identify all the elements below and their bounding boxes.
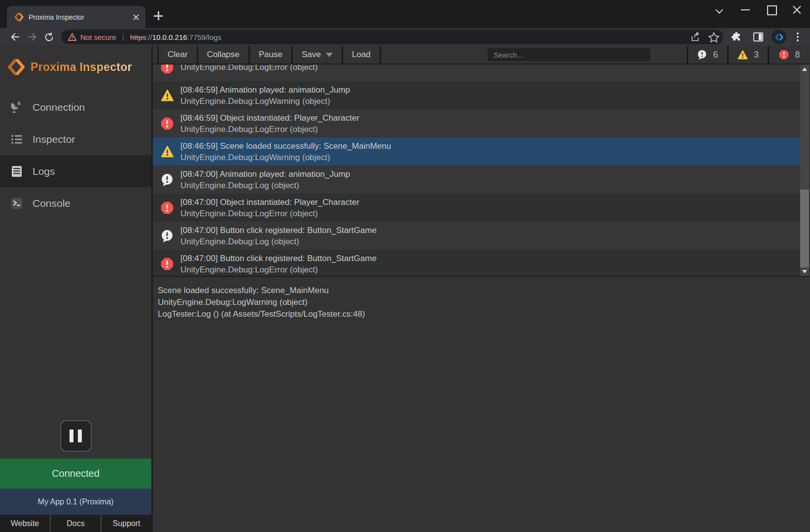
browser-navbar: Not secure | https://10.0.0.216:7759/log… bbox=[0, 28, 810, 46]
warning-count: 3 bbox=[754, 50, 759, 60]
app-logo: Proxima Inspector bbox=[0, 46, 151, 77]
error-filter-toggle[interactable]: 8 bbox=[768, 46, 810, 64]
inspector-list-icon bbox=[10, 133, 24, 146]
warning-filter-toggle[interactable]: 3 bbox=[727, 46, 768, 64]
log-detail-panel: Scene loaded successfully: Scene_MainMen… bbox=[153, 277, 810, 532]
log-row[interactable]: [08:47:00] Button click registered: Butt… bbox=[153, 250, 800, 277]
address-bar[interactable]: Not secure | https://10.0.0.216:7759/log… bbox=[61, 30, 723, 44]
sidebar: Proxima Inspector Connection bbox=[0, 46, 153, 532]
share-icon[interactable] bbox=[691, 32, 702, 42]
footer-link-support[interactable]: Support bbox=[101, 515, 151, 532]
search-input[interactable] bbox=[488, 48, 650, 61]
info-icon bbox=[160, 230, 175, 242]
warning-triangle-icon bbox=[68, 33, 76, 41]
info-count: 6 bbox=[713, 50, 718, 60]
load-button[interactable]: Load bbox=[343, 46, 381, 64]
error-icon bbox=[779, 50, 789, 60]
window-close-button[interactable] bbox=[784, 0, 810, 20]
connection-satellite-icon bbox=[10, 100, 24, 114]
scroll-up-arrow[interactable] bbox=[800, 66, 809, 72]
status-badge: Connected bbox=[52, 468, 100, 479]
app-title: Proxima Inspector bbox=[31, 61, 132, 74]
save-button[interactable]: Save bbox=[293, 46, 343, 64]
pause-button[interactable]: Pause bbox=[250, 46, 293, 64]
proxima-logo-icon bbox=[8, 59, 25, 75]
sidebar-item-label: Connection bbox=[33, 101, 85, 113]
sidebar-item-label: Inspector bbox=[33, 133, 75, 145]
scrollbar-thumb[interactable] bbox=[800, 190, 809, 267]
info-icon bbox=[160, 173, 175, 186]
warning-icon bbox=[738, 50, 748, 60]
footer-link-docs[interactable]: Docs bbox=[50, 515, 101, 532]
scroll-down-arrow[interactable] bbox=[800, 268, 809, 275]
footer-link-website[interactable]: Website bbox=[0, 515, 50, 532]
side-panel-icon[interactable] bbox=[750, 30, 767, 44]
warning-icon bbox=[160, 89, 175, 101]
detail-line: UnityEngine.Debug:LogWarning (object) bbox=[158, 297, 810, 308]
console-terminal-icon bbox=[10, 197, 24, 210]
extensions-puzzle-icon[interactable] bbox=[728, 30, 745, 44]
pause-icon bbox=[70, 430, 73, 442]
log-row[interactable]: [08:46:59] Animation played: animation_J… bbox=[153, 81, 800, 109]
log-row[interactable]: [08:47:00] Animation played: animation_J… bbox=[153, 166, 800, 194]
bookmark-star-icon[interactable] bbox=[708, 32, 719, 42]
url-text: https://10.0.0.216:7759/logs bbox=[130, 33, 221, 41]
sidebar-item-label: Console bbox=[33, 198, 70, 209]
back-icon[interactable] bbox=[7, 30, 24, 44]
clear-button[interactable]: Clear bbox=[159, 46, 198, 64]
app-name-bar: My App 0.1 (Proxima) bbox=[0, 489, 151, 515]
window-maximize-button[interactable] bbox=[759, 0, 784, 20]
browser-tab[interactable]: Proxima Inspector bbox=[7, 6, 145, 28]
collapse-button[interactable]: Collapse bbox=[198, 46, 250, 64]
log-row[interactable]: [08:46:59] Object instantiated: Player_C… bbox=[153, 109, 800, 137]
address-separator: | bbox=[122, 33, 124, 41]
sidebar-item-label: Logs bbox=[33, 166, 55, 177]
forward-icon[interactable] bbox=[24, 30, 40, 44]
info-icon bbox=[697, 50, 707, 60]
detail-line: LogTester:Log () (at Assets/TestScripts/… bbox=[158, 308, 810, 320]
browser-menu-icon[interactable] bbox=[791, 30, 804, 44]
error-icon bbox=[160, 65, 175, 74]
error-count: 8 bbox=[795, 50, 800, 60]
save-dropdown-icon[interactable] bbox=[326, 53, 333, 57]
window-minimize-button[interactable] bbox=[733, 0, 759, 20]
proxima-extension-icon[interactable] bbox=[772, 30, 786, 44]
warning-icon bbox=[160, 145, 175, 158]
reload-icon[interactable] bbox=[40, 30, 57, 44]
browser-titlebar: Proxima Inspector bbox=[0, 0, 810, 28]
pause-stream-button[interactable] bbox=[60, 420, 92, 452]
error-icon bbox=[160, 201, 175, 214]
info-filter-toggle[interactable]: 6 bbox=[687, 46, 727, 64]
log-row-selected[interactable]: [08:46:59] Scene loaded successfully: Sc… bbox=[153, 137, 800, 166]
logs-toolbar: Clear Collapse Pause Save Load 6 bbox=[153, 46, 810, 65]
not-secure-warning[interactable]: Not secure bbox=[68, 33, 116, 41]
proxima-favicon-icon bbox=[14, 12, 24, 22]
error-icon bbox=[160, 117, 175, 130]
sidebar-item-inspector[interactable]: Inspector bbox=[0, 123, 151, 155]
tab-close-icon[interactable] bbox=[132, 13, 141, 22]
sidebar-item-console[interactable]: Console bbox=[0, 187, 151, 219]
tab-title: Proxima Inspector bbox=[29, 13, 132, 21]
log-row[interactable]: [08:47:00] Button click registered: Butt… bbox=[153, 222, 800, 250]
tab-search-chevron-icon[interactable] bbox=[707, 0, 733, 20]
sidebar-item-logs[interactable]: Logs bbox=[0, 155, 151, 187]
logs-document-icon bbox=[10, 165, 24, 178]
connection-status: Connected bbox=[0, 459, 151, 489]
sidebar-footer: Website Docs Support bbox=[0, 515, 151, 532]
sidebar-item-connection[interactable]: Connection bbox=[0, 91, 151, 123]
error-icon bbox=[160, 258, 175, 270]
log-row[interactable]: [08:47:00] Object instantiated: Player_C… bbox=[153, 194, 800, 222]
new-tab-button[interactable] bbox=[152, 10, 165, 23]
log-row[interactable]: UnityEngine.Debug:LogError (object) bbox=[153, 65, 800, 81]
log-list: UnityEngine.Debug:LogError (object) [08:… bbox=[153, 65, 810, 277]
log-scrollbar[interactable] bbox=[800, 65, 809, 276]
detail-line: Scene loaded successfully: Scene_MainMen… bbox=[158, 285, 810, 297]
